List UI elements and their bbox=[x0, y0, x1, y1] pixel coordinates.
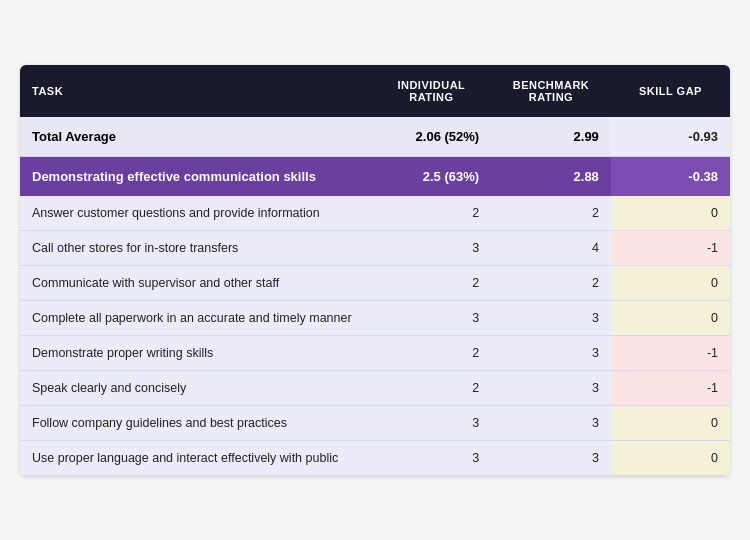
cell-benchmark-rating: 2.88 bbox=[491, 156, 611, 196]
cell-skill-gap: -1 bbox=[611, 230, 730, 265]
cell-skill-gap: 0 bbox=[611, 196, 730, 231]
cell-individual-rating: 3 bbox=[372, 230, 492, 265]
cell-benchmark-rating: 2.99 bbox=[491, 117, 611, 157]
cell-task: Answer customer questions and provide in… bbox=[20, 196, 372, 231]
cell-individual-rating: 3 bbox=[372, 405, 492, 440]
header-skillgap: SKILL GAP bbox=[611, 65, 730, 117]
cell-benchmark-rating: 3 bbox=[491, 300, 611, 335]
cell-task: Total Average bbox=[20, 117, 372, 157]
cell-benchmark-rating: 2 bbox=[491, 196, 611, 231]
cell-individual-rating: 2.06 (52%) bbox=[372, 117, 492, 157]
cell-skill-gap: 0 bbox=[611, 440, 730, 475]
header-task: TASK bbox=[20, 65, 372, 117]
table-row: Total Average2.06 (52%)2.99-0.93 bbox=[20, 117, 730, 157]
cell-skill-gap: 0 bbox=[611, 300, 730, 335]
cell-task: Use proper language and interact effecti… bbox=[20, 440, 372, 475]
cell-skill-gap: 0 bbox=[611, 265, 730, 300]
cell-skill-gap: -0.93 bbox=[611, 117, 730, 157]
cell-individual-rating: 3 bbox=[372, 300, 492, 335]
cell-individual-rating: 2 bbox=[372, 265, 492, 300]
cell-benchmark-rating: 3 bbox=[491, 440, 611, 475]
cell-individual-rating: 2 bbox=[372, 370, 492, 405]
cell-skill-gap: 0 bbox=[611, 405, 730, 440]
table-row: Follow company guidelines and best pract… bbox=[20, 405, 730, 440]
table-row: Demonstrating effective communication sk… bbox=[20, 156, 730, 196]
cell-individual-rating: 2 bbox=[372, 335, 492, 370]
header-benchmark: BENCHMARKRATING bbox=[491, 65, 611, 117]
performance-table: TASK INDIVIDUALRATING BENCHMARKRATING SK… bbox=[20, 65, 730, 476]
cell-skill-gap: -0.38 bbox=[611, 156, 730, 196]
cell-task: Demonstrate proper writing skills bbox=[20, 335, 372, 370]
table-row: Complete all paperwork in an accurate an… bbox=[20, 300, 730, 335]
table-row: Call other stores for in-store transfers… bbox=[20, 230, 730, 265]
cell-individual-rating: 2.5 (63%) bbox=[372, 156, 492, 196]
table-row: Answer customer questions and provide in… bbox=[20, 196, 730, 231]
table-row: Demonstrate proper writing skills23-1 bbox=[20, 335, 730, 370]
cell-task: Speak clearly and concisely bbox=[20, 370, 372, 405]
cell-individual-rating: 3 bbox=[372, 440, 492, 475]
table-header: TASK INDIVIDUALRATING BENCHMARKRATING SK… bbox=[20, 65, 730, 117]
cell-task: Demonstrating effective communication sk… bbox=[20, 156, 372, 196]
cell-individual-rating: 2 bbox=[372, 196, 492, 231]
header-individual: INDIVIDUALRATING bbox=[372, 65, 492, 117]
cell-benchmark-rating: 3 bbox=[491, 370, 611, 405]
cell-task: Call other stores for in-store transfers bbox=[20, 230, 372, 265]
cell-benchmark-rating: 4 bbox=[491, 230, 611, 265]
cell-benchmark-rating: 3 bbox=[491, 405, 611, 440]
cell-task: Follow company guidelines and best pract… bbox=[20, 405, 372, 440]
table-row: Communicate with supervisor and other st… bbox=[20, 265, 730, 300]
cell-task: Complete all paperwork in an accurate an… bbox=[20, 300, 372, 335]
cell-benchmark-rating: 3 bbox=[491, 335, 611, 370]
cell-skill-gap: -1 bbox=[611, 335, 730, 370]
cell-task: Communicate with supervisor and other st… bbox=[20, 265, 372, 300]
table-row: Use proper language and interact effecti… bbox=[20, 440, 730, 475]
cell-skill-gap: -1 bbox=[611, 370, 730, 405]
cell-benchmark-rating: 2 bbox=[491, 265, 611, 300]
table-row: Speak clearly and concisely23-1 bbox=[20, 370, 730, 405]
